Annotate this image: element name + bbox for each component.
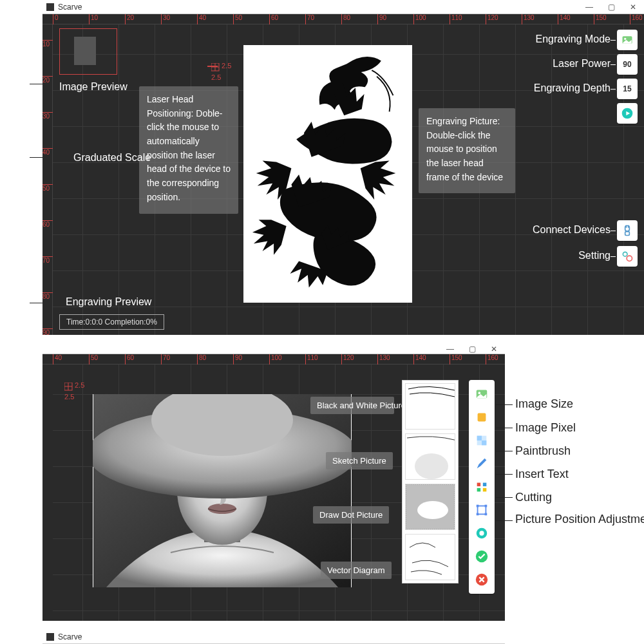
engraving-depth-input[interactable]: 15 — [617, 79, 638, 99]
close-button[interactable]: ✕ — [622, 0, 644, 14]
svg-point-10 — [623, 252, 627, 256]
maximize-button[interactable]: ▢ — [600, 0, 622, 14]
svg-rect-35 — [483, 483, 487, 487]
engraving-picture-2[interactable] — [93, 394, 352, 587]
app-icon — [46, 3, 54, 11]
label-engraving-preview: Engraving Preview — [66, 296, 151, 308]
dragon-artwork — [243, 45, 412, 303]
svg-rect-34 — [477, 483, 481, 487]
ext-label-picture-pos: Picture Position Adjustment — [515, 513, 625, 527]
label-engraving-mode: Engraving Mode — [535, 33, 611, 45]
svg-point-25 — [417, 501, 448, 519]
ext-label-cutting: Cutting — [515, 491, 552, 504]
svg-rect-37 — [483, 488, 487, 492]
preview-sketch[interactable] — [405, 433, 455, 480]
tool-column — [469, 380, 495, 594]
svg-rect-32 — [477, 436, 482, 440]
svg-rect-30 — [478, 413, 486, 422]
label-connect-devices: Connect Devices — [533, 224, 611, 236]
ruler-vertical: 102030405060708090 — [43, 24, 53, 335]
image-preview-thumb[interactable] — [59, 28, 117, 75]
minimize-button[interactable]: — — [578, 0, 600, 14]
ext-label-insert-text: Insert Text — [515, 468, 569, 481]
svg-rect-42 — [485, 513, 488, 516]
tool-mode-icon[interactable] — [471, 384, 492, 404]
label-graduated-scale: Graduated Scale — [73, 152, 151, 164]
titlebar-3: Scarve — [43, 630, 505, 644]
label-laser-power: Laser Power — [553, 58, 611, 70]
option-sketch-label: Sketch Picture — [326, 452, 393, 469]
titlebar: Scarve — ▢ ✕ — [43, 0, 644, 14]
label-image-preview: Image Preview — [59, 81, 128, 93]
preview-bw[interactable] — [405, 383, 455, 430]
svg-point-29 — [478, 392, 481, 394]
svg-point-4 — [624, 38, 626, 40]
svg-rect-33 — [482, 440, 486, 445]
svg-rect-21 — [406, 384, 455, 429]
tool-paintbrush[interactable] — [471, 453, 492, 474]
option-vector-label: Vector Diagram — [321, 562, 392, 579]
tool-insert-text[interactable] — [471, 477, 492, 497]
laser-power-input[interactable]: 90 — [617, 54, 638, 75]
svg-rect-40 — [485, 505, 488, 507]
ext-label-image-size: Image Size — [515, 397, 573, 411]
tool-confirm[interactable] — [471, 546, 492, 567]
crosshair-arrow-icon — [207, 66, 218, 71]
tool-image-pixel[interactable] — [471, 430, 492, 451]
ext-label-paintbrush: Paintbrush — [515, 444, 571, 458]
svg-point-18 — [208, 504, 236, 514]
settings-button[interactable] — [617, 246, 638, 267]
tool-cancel[interactable] — [471, 569, 492, 590]
play-button[interactable] — [617, 103, 638, 124]
tool-picture-position[interactable] — [471, 523, 492, 544]
engraving-picture[interactable] — [243, 45, 412, 303]
engraving-status: Time:0:0:0 Completion:0% — [59, 314, 164, 330]
close-button-2[interactable]: ✕ — [483, 344, 505, 354]
svg-rect-39 — [477, 505, 479, 507]
svg-rect-36 — [477, 488, 481, 492]
label-setting: Setting — [578, 250, 611, 261]
svg-rect-41 — [477, 513, 479, 516]
option-bw-label: Black and White Picture — [310, 397, 394, 414]
ruler-horizontal: 0102030405060708090100110120130140150160 — [43, 14, 644, 24]
canvas-top[interactable]: 0102030405060708090100110120130140150160… — [43, 14, 644, 335]
engraving-mode-button[interactable] — [617, 30, 638, 50]
minimize-button-2[interactable]: — — [439, 344, 461, 354]
app-icon-3 — [46, 633, 54, 641]
preview-dot[interactable] — [405, 484, 455, 530]
svg-rect-27 — [406, 535, 455, 580]
mode-preview-column — [402, 380, 459, 583]
tool-cutting[interactable] — [471, 500, 492, 520]
titlebar-2: — ▢ ✕ — [43, 344, 505, 354]
portrait-artwork — [93, 394, 352, 587]
connect-devices-button[interactable] — [617, 220, 638, 241]
app-title-3: Scarve — [58, 632, 82, 641]
option-dot-label: Draw Dot Picture — [313, 506, 389, 524]
svg-point-44 — [479, 531, 484, 535]
maximize-button-2[interactable]: ▢ — [461, 344, 483, 354]
tooltip-laser-head: Laser Head Positioning: Doble-click the … — [139, 86, 238, 214]
svg-rect-38 — [478, 506, 486, 515]
svg-point-11 — [627, 256, 632, 261]
ruler-horizontal-2: 405060708090100110120130140150160 — [43, 354, 505, 365]
label-engraving-depth: Engraving Depth — [534, 82, 611, 94]
svg-point-23 — [415, 453, 448, 479]
crosshair-marker-2[interactable]: 2.5 2.5 — [64, 383, 73, 392]
tooltip-engraving-picture: Engraving Picture: Double-click the mous… — [419, 108, 515, 193]
app-title: Scarve — [58, 3, 82, 12]
tool-image-size[interactable] — [471, 407, 492, 428]
ext-label-image-pixel: Image Pixel — [515, 421, 576, 435]
canvas-bottom[interactable]: 405060708090100110120130140150160 2.5 2.… — [43, 354, 505, 621]
svg-rect-7 — [625, 232, 630, 236]
preview-vector[interactable] — [405, 534, 455, 580]
